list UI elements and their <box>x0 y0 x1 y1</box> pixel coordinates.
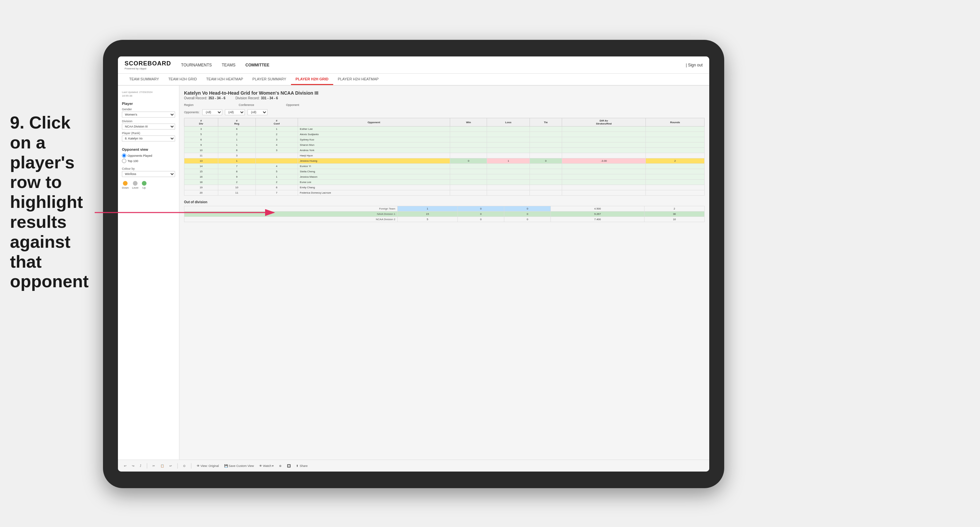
sign-out[interactable]: | Sign out <box>686 63 703 67</box>
table-row[interactable]: 19106 Emily Chang <box>185 185 705 190</box>
radio-opponents-played[interactable]: Opponents Played <box>122 153 175 158</box>
table-row[interactable]: 613 Sydney Kuo <box>185 137 705 143</box>
subnav-player-summary[interactable]: PLAYER SUMMARY <box>248 74 291 85</box>
toolbar-grid[interactable]: 🔲 <box>286 464 292 468</box>
col-loss: Loss <box>487 118 530 127</box>
col-conf: #Conf <box>256 118 298 127</box>
col-reg: #Reg <box>218 118 256 127</box>
opponent-filter-select[interactable]: (All) <box>248 109 267 115</box>
filter-conference: Conference <box>239 103 255 106</box>
toolbar-view-original[interactable]: 👁 View: Original <box>195 464 220 468</box>
toolbar-cut[interactable]: ✂ <box>151 464 156 468</box>
conference-filter-select[interactable]: (All) <box>225 109 245 115</box>
overall-record: Overall Record: 353 - 34 - 6 <box>184 96 226 100</box>
toolbar-save-custom[interactable]: 💾 Save Custom View <box>223 464 255 468</box>
table-row[interactable]: 1822 Euna Lee <box>185 179 705 185</box>
main-content: Last Updated: 27/03/2024 16:55:38 Player… <box>118 86 709 460</box>
col-opponent: Opponent <box>298 118 450 127</box>
colour-dot-down <box>123 181 127 186</box>
opponent-view-section: Opponent view Opponents Played Top 100 <box>122 148 175 163</box>
page-title: Katelyn Vo Head-to-Head Grid for Women's… <box>184 90 705 96</box>
col-rounds: Rounds <box>646 118 705 127</box>
toolbar-forward[interactable]: ⤴ <box>138 464 143 468</box>
nav-teams[interactable]: TEAMS <box>221 62 235 69</box>
toolbar-sep3 <box>191 463 191 468</box>
toolbar-sep1 <box>147 463 147 468</box>
out-row-ncaa2[interactable]: NCAA Division 2 5 0 0 7.400 10 <box>185 217 705 222</box>
subnav-team-h2h-heatmap[interactable]: TEAM H2H HEATMAP <box>202 74 248 85</box>
logo: SCOREBOARD <box>124 60 171 67</box>
colour-level: Level <box>132 181 138 189</box>
subnav-player-h2h-heatmap[interactable]: PLAYER H2H HEATMAP <box>333 74 383 85</box>
player-rank-label: Player (Rank) <box>122 132 175 135</box>
nav-committee[interactable]: COMMITTEE <box>245 62 269 69</box>
col-diff: Diff AvStrokes/Rnd <box>562 118 646 127</box>
toolbar-share[interactable]: ⬆ Share <box>295 464 309 468</box>
radio-top-100[interactable]: Top 100 <box>122 159 175 163</box>
colour-select[interactable]: Win/loss <box>122 171 175 177</box>
toolbar-watch[interactable]: 👁 Watch ▾ <box>258 464 275 468</box>
out-of-division-title: Out of division <box>184 200 705 204</box>
table-row[interactable]: 522 Alexis Sudjianto <box>185 132 705 137</box>
main-table: #Div #Reg #Conf Opponent Win Loss Tie Di… <box>184 118 705 195</box>
table-row[interactable]: 113 Haeji Hyun <box>185 153 705 159</box>
sub-nav: TEAM SUMMARY TEAM H2H GRID TEAM H2H HEAT… <box>118 74 709 86</box>
table-row[interactable]: 1691 Jessica Mason <box>185 175 705 179</box>
table-row[interactable]: 914 Sharon Mun <box>185 143 705 148</box>
toolbar-undo[interactable]: ↩ <box>123 464 128 468</box>
colour-down: Down <box>122 181 129 189</box>
subnav-player-h2h-grid[interactable]: PLAYER H2H GRID <box>291 74 333 85</box>
out-of-division-table: Foreign Team 1 0 0 4.500 2 NAIA Division… <box>184 206 705 222</box>
table-row[interactable]: 361 Esther Lee <box>185 127 705 132</box>
table-row[interactable]: 20117 Federica Domecq Lacroze <box>185 190 705 195</box>
subnav-team-h2h-grid[interactable]: TEAM H2H GRID <box>164 74 202 85</box>
division-label: Division <box>122 119 175 123</box>
right-content: Katelyn Vo Head-to-Head Grid for Women's… <box>180 86 709 460</box>
filter-area: Region Conference Opponent Opponents: <box>184 103 705 115</box>
gender-select[interactable]: Women's <box>122 111 175 117</box>
table-row[interactable]: 1585 Stella Cheng <box>185 169 705 175</box>
logo-sub: Powered by clippd <box>124 67 171 70</box>
nav-tournaments[interactable]: TOURNAMENTS <box>181 62 212 69</box>
toolbar-sep2 <box>177 463 178 468</box>
opponent-view-title: Opponent view <box>122 148 175 151</box>
annotation-text: 9. Click on a player's row to highlight … <box>10 113 96 292</box>
logo-area: SCOREBOARD Powered by clippd <box>124 60 171 70</box>
out-row-naia[interactable]: NAIA Division 1 15 0 0 9.267 30 <box>185 211 705 217</box>
toolbar-add[interactable]: ⊕ <box>278 464 283 468</box>
division-select[interactable]: NCAA Division III <box>122 124 175 130</box>
colour-legend: Down Level Up <box>122 181 175 189</box>
filters-selects-row: Opponents: (All) (All) (All) <box>184 109 705 115</box>
table-row[interactable]: 1474 Eunice Yi <box>185 164 705 169</box>
col-tie: Tie <box>530 118 562 127</box>
colour-dot-up <box>142 181 146 186</box>
player-section-title: Player <box>122 102 175 106</box>
table-header-row: #Div #Reg #Conf Opponent Win Loss Tie Di… <box>185 118 705 127</box>
col-div: #Div <box>185 118 218 127</box>
colour-label: Colour by <box>122 167 175 170</box>
gender-label: Gender <box>122 108 175 111</box>
subnav-team-summary[interactable]: TEAM SUMMARY <box>124 74 164 85</box>
filter-opponent: Opponent <box>286 103 299 106</box>
tablet-screen: SCOREBOARD Powered by clippd TOURNAMENTS… <box>118 56 709 471</box>
col-win: Win <box>450 118 487 127</box>
table-row[interactable]: 1063 Andrea York <box>185 148 705 153</box>
left-panel: Last Updated: 27/03/2024 16:55:38 Player… <box>118 86 180 460</box>
toolbar-circle[interactable]: ⊙ <box>182 464 187 468</box>
toolbar-redo[interactable]: ↪ <box>130 464 136 468</box>
nav-links: TOURNAMENTS TEAMS COMMITTEE <box>181 62 686 69</box>
colour-dot-level <box>133 181 138 186</box>
region-filter-select[interactable]: (All) <box>202 109 222 115</box>
nav-bar: SCOREBOARD Powered by clippd TOURNAMENTS… <box>118 56 709 74</box>
colour-section: Colour by Win/loss Down Level <box>122 167 175 189</box>
filter-region: Region <box>184 103 194 106</box>
out-row-foreign[interactable]: Foreign Team 1 0 0 4.500 2 <box>185 206 705 211</box>
colour-up: Up <box>142 181 146 189</box>
records-row: Overall Record: 353 - 34 - 6 Division Re… <box>184 96 705 100</box>
toolbar-back[interactable]: ↩ <box>168 464 173 468</box>
table-row-highlighted[interactable]: 13 1 Jessica Huang 0 1 0 -3.00 2 <box>185 159 705 164</box>
toolbar-paste[interactable]: 📋 <box>159 464 165 468</box>
last-updated: Last Updated: 27/03/2024 16:55:38 <box>122 90 175 98</box>
player-rank-select[interactable]: 8. Katelyn Vo <box>122 135 175 141</box>
filters-row: Region Conference Opponent <box>184 103 705 106</box>
